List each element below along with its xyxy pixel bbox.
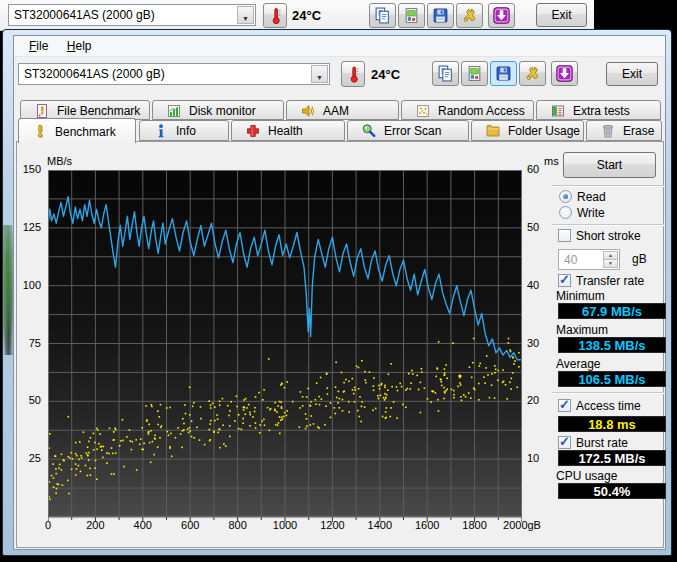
average-value: 106.5 MB/s — [578, 372, 645, 387]
drive-select-dropdown[interactable]: ST32000641AS (2000 gB) ▼ — [18, 63, 330, 85]
burst-rate-label: Burst rate — [576, 436, 628, 450]
save-button[interactable] — [427, 3, 454, 28]
benchmark-plot — [48, 170, 522, 522]
burst-rate-value-box: 172.5 MB/s — [558, 450, 666, 466]
tab-erase[interactable]: Erase — [586, 120, 662, 141]
axis-tick-label: 75 — [29, 337, 41, 349]
transfer-rate-label: Transfer rate — [576, 274, 644, 288]
copy-image-button[interactable] — [461, 61, 488, 86]
background-window-toolbar: ST32000641AS (2000 gB) ▼ 24°C — [0, 0, 594, 31]
maximum-label: Maximum — [556, 323, 608, 337]
copy-text-button[interactable] — [369, 3, 396, 28]
spinner-down-button[interactable]: ▼ — [603, 259, 618, 268]
magnifier-icon — [361, 123, 377, 139]
left-axis-labels: 150125100755025 — [10, 170, 44, 517]
read-radio[interactable] — [559, 190, 572, 203]
short-stroke-checkbox[interactable] — [558, 229, 571, 242]
tab-file-benchmark[interactable]: File Benchmark — [20, 100, 150, 120]
read-radio-label: Read — [577, 190, 606, 204]
write-radio[interactable] — [559, 206, 572, 219]
hdtune-app: ST32000641AS (2000 gB) ▼ 24°C — [0, 0, 677, 562]
grid-chart-icon — [550, 103, 566, 119]
burst-rate-value: 172.5 MB/s — [578, 451, 645, 466]
start-button-label: Start — [564, 153, 655, 172]
minimum-label: Minimum — [556, 289, 605, 303]
transfer-rate-checkbox[interactable]: ✓ — [558, 274, 571, 287]
axis-tick-label: 150 — [23, 163, 41, 175]
info-icon — [153, 123, 169, 139]
scatter-page-icon — [415, 103, 431, 119]
separator — [552, 185, 664, 187]
chevron-down-icon: ▼ — [242, 15, 249, 22]
radio-dot — [563, 194, 568, 199]
burst-rate-checkbox[interactable]: ✓ — [558, 436, 571, 449]
copy-image-button[interactable] — [398, 3, 425, 28]
tab-aam[interactable]: AAM — [286, 100, 399, 120]
spinner-up-icon: ▲ — [604, 252, 617, 259]
exit-button[interactable]: Exit — [536, 3, 587, 27]
short-stroke-label: Short stroke — [576, 229, 641, 243]
page-exclamation-icon — [34, 103, 50, 119]
start-button[interactable]: Start — [563, 152, 656, 178]
temperature-button[interactable] — [263, 3, 287, 28]
trash-icon — [600, 123, 616, 139]
drive-select-value: ST32000641AS (2000 gB) — [14, 8, 155, 22]
check-icon: ✓ — [559, 272, 570, 287]
speaker-icon — [300, 103, 316, 119]
tab-info[interactable]: Info — [139, 120, 229, 141]
axis-tick-label: 60 — [527, 163, 539, 175]
menu-bar: File Help — [14, 36, 665, 57]
options-icon — [461, 7, 478, 24]
cpu-usage-value: 50.4% — [594, 484, 631, 499]
access-time-checkbox[interactable]: ✓ — [558, 399, 571, 412]
copy-text-button[interactable] — [432, 61, 459, 86]
copy-icon — [437, 65, 454, 82]
tab-health[interactable]: Health — [231, 120, 345, 141]
tab-disk-monitor[interactable]: Disk monitor — [152, 100, 284, 120]
thermometer-icon — [268, 7, 284, 25]
short-stroke-size-spinner[interactable]: 40 ▲ ▼ — [558, 249, 620, 270]
menu-file[interactable]: File — [22, 36, 55, 53]
tab-error-scan[interactable]: Error Scan — [347, 120, 469, 141]
axis-tick-label: 125 — [23, 221, 41, 233]
benchmark-chart — [48, 170, 522, 522]
menu-help[interactable]: Help — [60, 36, 99, 53]
dropdown-arrow-button[interactable]: ▼ — [237, 6, 254, 24]
temperature-value: 24°C — [371, 67, 400, 82]
axis-tick-label: 50 — [29, 394, 41, 406]
access-time-value: 18.8 ms — [588, 417, 636, 432]
axis-tick-label: 30 — [527, 337, 539, 349]
tab-extra-tests[interactable]: Extra tests — [536, 100, 661, 120]
write-radio-label: Write — [577, 206, 605, 220]
separator — [552, 392, 664, 394]
cpu-usage-label: CPU usage — [556, 469, 617, 483]
exit-button-label: Exit — [537, 4, 586, 22]
save-icon — [432, 7, 449, 24]
options-button[interactable] — [519, 61, 546, 86]
maximum-value: 138.5 MB/s — [578, 338, 645, 353]
options-button[interactable] — [456, 3, 483, 28]
drive-select-dropdown[interactable]: ST32000641AS (2000 gB) ▼ — [8, 4, 256, 26]
health-cross-icon — [245, 123, 261, 139]
capture-button[interactable] — [488, 3, 515, 28]
temperature-button[interactable] — [341, 61, 365, 87]
minimum-value: 67.9 MB/s — [582, 304, 642, 319]
save-button[interactable] — [490, 61, 517, 86]
axis-tick-label: 40 — [527, 279, 539, 291]
tab-random-access[interactable]: Random Access — [401, 100, 534, 120]
options-icon — [524, 65, 541, 82]
access-time-label: Access time — [576, 399, 641, 413]
average-value-box: 106.5 MB/s — [558, 371, 666, 387]
capture-button[interactable] — [551, 61, 578, 86]
tab-folder-usage[interactable]: Folder Usage — [471, 120, 584, 141]
spinner-down-icon: ▼ — [604, 260, 617, 267]
axis-tick-label: 100 — [23, 279, 41, 291]
access-time-value-box: 18.8 ms — [558, 416, 666, 432]
exit-button[interactable]: Exit — [606, 62, 658, 86]
cpu-usage-value-box: 50.4% — [558, 483, 666, 499]
tab-benchmark[interactable]: Benchmark — [18, 118, 136, 143]
axis-tick-label: 20 — [527, 394, 539, 406]
copy-image-icon — [466, 65, 483, 82]
minimum-value-box: 67.9 MB/s — [558, 303, 666, 319]
dropdown-arrow-button[interactable]: ▼ — [311, 65, 328, 83]
